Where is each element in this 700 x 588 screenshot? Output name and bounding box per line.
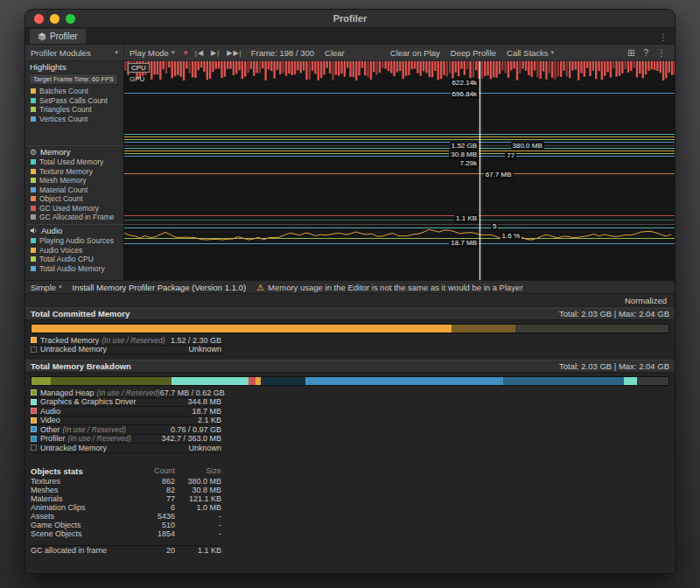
zoom-window-icon[interactable]	[66, 14, 75, 24]
legend-swatch-icon	[31, 399, 37, 405]
counter-label: Mesh Memory	[39, 176, 87, 185]
counter-swatch-icon	[31, 169, 36, 174]
minimize-window-icon[interactable]	[50, 14, 60, 24]
counter-item[interactable]: GC Used Memory	[25, 204, 123, 214]
titlebar[interactable]: Profiler	[25, 10, 675, 28]
install-memory-profiler-button[interactable]: Install Memory Profiler Package (Version…	[73, 283, 247, 292]
audio-title: Audio	[41, 226, 62, 235]
counter-item[interactable]: Texture Memory	[25, 167, 123, 177]
deep-profile-toggle[interactable]: Deep Profile	[445, 48, 501, 58]
legend-label: Other	[40, 425, 60, 434]
legend-value: 2.1 KB	[198, 416, 221, 424]
layout-icon[interactable]: ⊞	[624, 48, 638, 58]
memory-breakdown-title: Total Memory Breakdown	[31, 361, 131, 371]
memory-bar-segment	[452, 325, 515, 332]
module-audio: Audio Playing Audio Sources Audio Voices…	[25, 224, 123, 280]
legend-swatch-icon	[31, 417, 37, 424]
table-row[interactable]: Materials 77 121.1 KB	[31, 494, 221, 503]
legend-row[interactable]: Managed Heap (In use / Reserved) 67.7 MB…	[31, 388, 221, 398]
memory-bar-segment	[624, 377, 637, 385]
counter-item[interactable]: Batches Count	[25, 87, 123, 96]
chart-value-label: 18.7 MB	[449, 239, 479, 248]
legend-row[interactable]: Other (In use / Reserved) 0.76 / 0.97 GB	[31, 425, 221, 435]
object-name: Meshes	[31, 486, 131, 494]
module-memory: ⚙ Memory Total Used Memory Texture Memor…	[25, 145, 123, 224]
selected-frame-indicator[interactable]	[480, 61, 480, 280]
object-count: 510	[131, 521, 175, 529]
memory-bar-segment	[515, 325, 668, 332]
target-frame-time-dropdown[interactable]: Target Frame Time: 60 FPS	[29, 74, 118, 85]
legend-row[interactable]: Audio 18.7 MB	[31, 407, 221, 416]
counter-item[interactable]: GC Allocated in Frame	[25, 213, 123, 222]
counter-item[interactable]: Playing Audio Sources	[25, 236, 123, 246]
play-mode-label: Play Mode	[130, 48, 169, 58]
audio-header[interactable]: Audio	[25, 225, 123, 236]
table-row[interactable]: Game Objects 510 -	[31, 521, 221, 529]
counter-item[interactable]: Vertices Count	[25, 115, 123, 124]
table-row[interactable]: Scene Objects 1854 -	[31, 529, 221, 538]
memory-title: Memory	[40, 147, 70, 157]
chart-value-label: 380.0 MB	[511, 142, 544, 150]
play-mode-dropdown[interactable]: Play Mode ▾	[124, 48, 179, 58]
legend-sublabel: (In use / Reserved)	[68, 434, 131, 443]
audio-counter-list: Playing Audio Sources Audio Voices Total…	[25, 236, 123, 273]
counter-item[interactable]: Object Count	[25, 194, 123, 204]
module-highlights: Highlights Target Frame Time: 60 FPS Bat…	[25, 61, 123, 145]
table-row[interactable]: Animation Clips 6 1.0 MB	[31, 503, 221, 512]
help-icon[interactable]: ?	[640, 48, 652, 58]
chart-series-line	[124, 153, 675, 154]
legend-row[interactable]: Untracked Memory Unknown	[31, 346, 221, 355]
counter-swatch-icon	[31, 116, 36, 122]
highlights-title: Highlights	[30, 62, 66, 72]
normalized-toggle[interactable]: Normalized	[625, 296, 667, 305]
legend-row[interactable]: Graphics & Graphics Driver 344.8 MB	[31, 398, 221, 408]
clear-button[interactable]: Clear	[319, 48, 350, 58]
chart-series-line	[124, 139, 675, 140]
jump-first-frame-icon[interactable]: |◀	[192, 49, 207, 57]
gpu-chart-label[interactable]: GPU	[130, 75, 144, 83]
profiler-chart-area[interactable]: CPU GPU 622.14k696.84k1.52 GB380.0 MB30.…	[124, 61, 675, 280]
legend-row[interactable]: Tracked Memory (In use / Reserved) 1.52 …	[31, 336, 221, 346]
counter-item[interactable]: Material Count	[25, 186, 123, 195]
legend-row[interactable]: Untracked Memory Unknown	[31, 444, 221, 453]
memory-header[interactable]: ⚙ Memory	[25, 146, 123, 158]
memory-breakdown-totals: Total: 2.03 GB | Max: 2.04 GB	[559, 361, 669, 371]
committed-memory-legend: Tracked Memory (In use / Reserved) 1.52 …	[31, 336, 221, 354]
toolbar-menu-icon[interactable]: ⋮	[654, 48, 669, 58]
counter-item[interactable]: Triangles Count	[25, 105, 123, 115]
counter-swatch-icon	[31, 214, 36, 220]
legend-row[interactable]: Profiler (In use / Reserved) 342.7 / 363…	[31, 435, 221, 444]
legend-value: 342.7 / 363.0 MB	[161, 434, 221, 443]
object-name: GC allocated in frame	[31, 546, 131, 555]
jump-last-frame-icon[interactable]: ▶▶|	[223, 49, 245, 57]
close-window-icon[interactable]	[34, 14, 44, 24]
record-icon[interactable]: ●	[179, 48, 191, 57]
counter-label: Triangles Count	[39, 105, 92, 114]
counter-item[interactable]: Total Used Memory	[25, 158, 123, 167]
legend-swatch-icon	[31, 337, 37, 343]
next-frame-icon[interactable]: ▶|	[207, 49, 223, 57]
normalized-row: Normalized	[25, 294, 675, 307]
counter-item[interactable]: Audio Voices	[25, 246, 123, 256]
table-row[interactable]: Assets 5436 -	[31, 512, 221, 521]
call-stacks-dropdown[interactable]: Call Stacks ▾	[501, 48, 559, 58]
highlights-header[interactable]: Highlights	[25, 61, 123, 73]
table-row[interactable]: Textures 862 380.0 MB	[31, 477, 221, 486]
tab-profiler[interactable]: Profiler	[30, 29, 86, 44]
details-view-dropdown[interactable]: Simple ▾	[31, 283, 62, 292]
legend-row[interactable]: Video 2.1 KB	[31, 416, 221, 426]
table-row[interactable]: Meshes 82 30.8 MB	[31, 486, 221, 494]
clear-on-play-toggle[interactable]: Clear on Play	[385, 48, 445, 58]
profiler-modules-dropdown[interactable]: Profiler Modules ▾	[25, 45, 124, 60]
chart-series-line	[124, 215, 675, 216]
legend-swatch-icon	[31, 444, 37, 451]
counter-item[interactable]: Total Audio CPU	[25, 255, 123, 264]
legend-label: Untracked Memory	[40, 444, 107, 452]
gc-allocated-row[interactable]: GC allocated in frame 20 1.1 KB	[31, 545, 221, 554]
object-size: -	[175, 521, 221, 529]
counter-item[interactable]: Mesh Memory	[25, 176, 123, 186]
cpu-chart-label[interactable]: CPU	[128, 63, 150, 73]
counter-item[interactable]: SetPass Calls Count	[25, 96, 123, 106]
counter-item[interactable]: Total Audio Memory	[25, 264, 123, 274]
tab-menu-icon[interactable]: ⋮	[652, 32, 675, 44]
